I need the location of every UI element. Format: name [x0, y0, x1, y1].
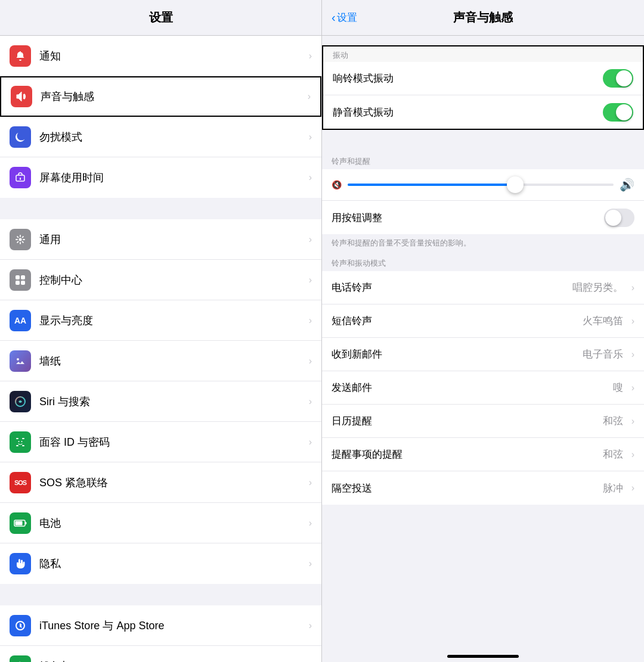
sent-mail-item[interactable]: 发送邮件 嗖 ›	[322, 371, 644, 405]
dnd-label: 勿扰模式	[39, 130, 304, 144]
general-icon	[10, 229, 31, 250]
wallet-icon	[10, 655, 31, 662]
item-itunes[interactable]: iTunes Store 与 App Store ›	[0, 605, 321, 646]
svg-rect-3	[16, 275, 20, 279]
item-screentime[interactable]: 屏幕使用时间 ›	[0, 157, 321, 198]
sms-tone-item[interactable]: 短信铃声 火车鸣笛 ›	[322, 304, 644, 338]
item-general[interactable]: 通用 ›	[0, 219, 321, 260]
sms-tone-label: 短信铃声	[332, 314, 583, 328]
svg-point-13	[18, 441, 20, 442]
right-content: 振动 响铃模式振动 静音模式振动 铃声和提醒	[322, 36, 644, 650]
ring-vibrate-thumb	[616, 70, 632, 86]
item-faceid[interactable]: 面容 ID 与密码 ›	[0, 422, 321, 462]
back-label: 设置	[337, 11, 357, 24]
wallpaper-chevron: ›	[309, 356, 312, 366]
left-panel: 设置 通知 › 声音与触感 › 勿扰模式	[0, 0, 322, 662]
phone-ringtone-item[interactable]: 电话铃声 唱腔另类。 ›	[322, 271, 644, 304]
airdrop-item[interactable]: 隔空投送 脉冲 ›	[322, 471, 644, 505]
volume-button-thumb	[605, 210, 621, 226]
sent-mail-value: 嗖	[613, 381, 623, 394]
volume-button-toggle[interactable]	[604, 209, 634, 227]
calendar-item[interactable]: 日历提醒 和弦 ›	[322, 405, 644, 438]
settings-list: 通知 › 声音与触感 › 勿扰模式 › 屏幕使	[0, 36, 321, 662]
group1: 通知 › 声音与触感 › 勿扰模式 › 屏幕使	[0, 36, 321, 198]
display-chevron: ›	[309, 315, 312, 326]
item-display[interactable]: AA 显示与亮度 ›	[0, 300, 321, 341]
item-control[interactable]: 控制中心 ›	[0, 260, 321, 300]
vol-min-icon: 🔇	[332, 180, 342, 189]
silent-vibrate-item: 静音模式振动	[323, 95, 643, 129]
item-privacy[interactable]: 隐私 ›	[0, 543, 321, 584]
screentime-icon	[10, 167, 31, 188]
silent-vibrate-toggle[interactable]	[603, 103, 633, 122]
back-button[interactable]: ‹ 设置	[332, 11, 357, 24]
volume-row: 🔇 🔊	[322, 169, 644, 201]
screentime-chevron: ›	[309, 172, 312, 183]
svg-rect-17	[25, 522, 27, 524]
item-wallet[interactable]: 钱包与 Apple Pay ›	[0, 646, 321, 662]
faceid-icon	[10, 431, 31, 453]
right-title: 声音与触感	[453, 10, 513, 26]
wallpaper-label: 墙纸	[39, 354, 304, 368]
sound-chevron: ›	[308, 91, 311, 102]
sound-icon	[11, 86, 32, 107]
sms-tone-value: 火车鸣笛	[583, 314, 623, 328]
ringtone-vibration-label: 铃声和振动模式	[322, 253, 644, 271]
notifications-chevron: ›	[309, 51, 312, 61]
back-chevron-icon: ‹	[332, 11, 336, 24]
calendar-label: 日历提醒	[332, 414, 603, 428]
battery-label: 电池	[39, 516, 304, 530]
dnd-icon	[10, 126, 31, 148]
svg-point-14	[21, 441, 23, 442]
item-notifications[interactable]: 通知 ›	[0, 36, 321, 76]
svg-rect-1	[20, 178, 21, 180]
privacy-chevron: ›	[309, 558, 312, 569]
calendar-value: 和弦	[603, 414, 623, 428]
sent-mail-chevron: ›	[631, 383, 634, 393]
item-dnd[interactable]: 勿扰模式 ›	[0, 117, 321, 157]
item-wallpaper[interactable]: 墙纸 ›	[0, 341, 321, 381]
home-indicator	[447, 655, 519, 658]
slider-thumb	[507, 176, 524, 193]
right-header: ‹ 设置 声音与触感	[322, 0, 644, 36]
reminder-item[interactable]: 提醒事项的提醒 和弦 ›	[322, 438, 644, 471]
phone-ringtone-value: 唱腔另类。	[572, 281, 623, 294]
sos-chevron: ›	[309, 477, 312, 488]
new-mail-chevron: ›	[631, 349, 634, 360]
new-mail-label: 收到新邮件	[332, 347, 583, 361]
itunes-label: iTunes Store 与 App Store	[39, 619, 304, 633]
item-battery[interactable]: 电池 ›	[0, 503, 321, 543]
left-title: 设置	[149, 10, 173, 26]
svg-rect-4	[21, 275, 25, 279]
display-label: 显示与亮度	[39, 313, 304, 328]
ringtone-card: 🔇 🔊 用按钮调整	[322, 169, 644, 234]
sound-items-card: 电话铃声 唱腔另类。 › 短信铃声 火车鸣笛 › 收到新邮件 电子音乐 › 发送…	[322, 271, 644, 505]
itunes-chevron: ›	[309, 620, 312, 631]
wallet-label: 钱包与 Apple Pay	[39, 659, 304, 662]
reminder-chevron: ›	[631, 449, 634, 460]
ring-vibrate-item: 响铃模式振动	[323, 62, 643, 95]
sms-tone-chevron: ›	[631, 316, 634, 327]
general-chevron: ›	[309, 234, 312, 245]
svg-rect-11	[16, 445, 18, 446]
volume-slider[interactable]	[348, 184, 614, 186]
privacy-label: 隐私	[39, 557, 304, 571]
item-siri[interactable]: Siri 与搜索 ›	[0, 381, 321, 422]
gap2	[322, 505, 644, 526]
notifications-icon	[10, 45, 31, 67]
new-mail-value: 电子音乐	[583, 347, 623, 361]
item-sound[interactable]: 声音与触感 ›	[0, 76, 321, 117]
faceid-chevron: ›	[309, 437, 312, 447]
ring-vibrate-toggle[interactable]	[603, 69, 633, 88]
item-sos[interactable]: SOS SOS 紧急联络 ›	[0, 462, 321, 503]
vibration-section: 振动 响铃模式振动 静音模式振动	[322, 45, 644, 130]
privacy-icon	[10, 553, 31, 574]
itunes-icon	[10, 615, 31, 636]
sound-label: 声音与触感	[41, 89, 303, 104]
ringtone-section-label: 铃声和提醒	[322, 151, 644, 169]
slider-fill	[348, 184, 521, 186]
reminder-value: 和弦	[603, 447, 623, 461]
new-mail-item[interactable]: 收到新邮件 电子音乐 ›	[322, 338, 644, 371]
sos-icon: SOS	[10, 472, 31, 493]
screentime-label: 屏幕使用时间	[39, 170, 304, 185]
